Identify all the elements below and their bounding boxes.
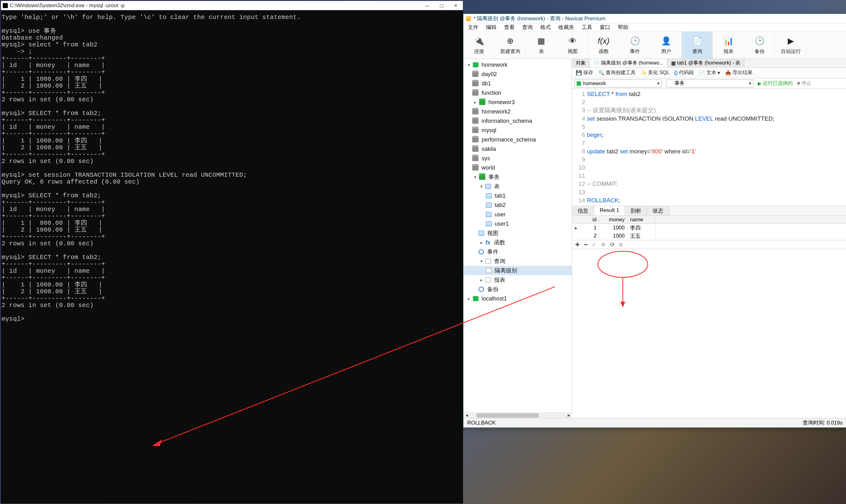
resulttab-profile[interactable]: 剖析 (625, 206, 647, 215)
result-grid[interactable]: id money name ▸ 1 1000 李四 2 1000 王五 (572, 216, 846, 240)
tb-report[interactable]: 📊报表 (713, 32, 744, 59)
maximize-button[interactable]: ▢ (434, 1, 449, 10)
resulttab-info[interactable]: 信息 (572, 206, 594, 215)
stop-grid-button[interactable]: ⦸ (619, 241, 623, 248)
code-content[interactable]: SELECT * from tab2 -- 设置隔离级别(读未提交) set s… (587, 89, 846, 206)
minimize-button[interactable]: — (420, 1, 434, 10)
resulttab-result1[interactable]: Result 1 (594, 206, 625, 215)
tb-backup[interactable]: 🕑备份 (744, 32, 775, 59)
tb-autorun[interactable]: ▶自动运行 (775, 32, 806, 59)
menu-query[interactable]: 查询 (522, 24, 533, 31)
col-name[interactable]: name (628, 217, 655, 223)
tree-cat-reports[interactable]: ▸报表 (464, 275, 572, 285)
cancel-edit-button[interactable]: ✖ (601, 241, 606, 248)
refresh-button[interactable]: ⟳ (610, 241, 615, 248)
conn-select[interactable]: homework (575, 79, 662, 88)
tree-db-world[interactable]: world (464, 163, 572, 173)
save-button[interactable]: 💾保存 (575, 70, 594, 76)
tree-query-isolation[interactable]: 隔离级别 (464, 266, 572, 275)
menu-file[interactable]: 文件 (468, 24, 479, 31)
tree-cat-events[interactable]: 事件 (464, 247, 572, 256)
scroll-right-icon[interactable]: ▶ (568, 413, 570, 417)
menu-window[interactable]: 窗口 (600, 24, 610, 31)
scroll-thumb[interactable] (476, 413, 539, 418)
database-icon (472, 137, 479, 142)
tb-user[interactable]: 👤用户 (651, 32, 682, 59)
tree-cat-queries[interactable]: ▾查询 (464, 256, 572, 266)
tb-query[interactable]: 📄查询 (682, 32, 713, 59)
tab-table-tab1[interactable]: ▦tab1 @事务 (homework) - 表 (667, 59, 744, 67)
menu-tools[interactable]: 工具 (582, 24, 592, 31)
status-right: 查询时间: 0.019s (803, 419, 843, 426)
delete-row-button[interactable]: ━ (584, 241, 588, 248)
tree-cat-views[interactable]: 视图 (464, 229, 572, 238)
menu-view[interactable]: 查看 (504, 24, 515, 31)
add-row-button[interactable]: ✚ (575, 241, 580, 248)
tree-scrollbar[interactable]: ◀ ▶ (464, 412, 572, 418)
tree-db-mysql[interactable]: mysql (464, 126, 572, 135)
stop-button[interactable]: ■ 停止 (797, 80, 811, 87)
col-id[interactable]: id (581, 217, 599, 223)
tb-table[interactable]: ▦表 (526, 32, 557, 59)
database-icon (472, 90, 479, 96)
menu-edit[interactable]: 编辑 (486, 24, 497, 31)
tree-db-homework2[interactable]: homework2 (464, 107, 572, 116)
tree-db-function[interactable]: function (464, 88, 572, 97)
tree-cat-backups[interactable]: 备份 (464, 285, 572, 294)
scroll-left-icon[interactable]: ◀ (465, 413, 468, 417)
tb-function[interactable]: f(x)函数 (588, 32, 619, 59)
grid-row[interactable]: ▸ 1 1000 李四 (572, 224, 846, 232)
schema-select[interactable]: 事务 (666, 79, 753, 88)
tree-table-tab1[interactable]: tab1 (464, 191, 572, 200)
connection-icon (473, 296, 479, 301)
tree-db-sakila[interactable]: sakila (464, 144, 572, 154)
tree-db-infoschema[interactable]: information_schema (464, 116, 572, 126)
connection-tree[interactable]: ▾homework day02 db1 function ▸homewor3 h… (464, 59, 572, 418)
tree-conn-homework[interactable]: ▾homework (464, 60, 572, 70)
cmd-output[interactable]: Type 'help;' or '\h' for help. Type '\c'… (1, 10, 463, 326)
tree-db-db1[interactable]: db1 (464, 79, 572, 88)
sql-editor[interactable]: 1234567891011121314 SELECT * from tab2 -… (572, 89, 846, 206)
tree-conn-localhost1[interactable]: ▸localhost1 (464, 294, 572, 303)
tree-db-day02[interactable]: day02 (464, 70, 572, 79)
navicat-titlebar[interactable]: * 隔离级别 @事务 (homework) - 查询 - Navicat Pre… (464, 14, 846, 23)
tb-view[interactable]: 👁视图 (557, 32, 588, 59)
menu-help[interactable]: 帮助 (618, 24, 628, 31)
autorun-icon: ▶ (784, 35, 798, 47)
text-button[interactable]: 📄文本▾ (698, 70, 721, 76)
tree-table-tab2[interactable]: tab2 (464, 200, 572, 210)
table-icon (486, 193, 491, 198)
resulttab-status[interactable]: 状态 (647, 206, 669, 215)
menu-favorites[interactable]: 收藏夹 (558, 24, 574, 31)
cmd-titlebar[interactable]: C:\Windows\System32\cmd.exe - mysql -uro… (1, 1, 463, 10)
col-money[interactable]: money (599, 217, 628, 223)
apply-button[interactable]: ✔ (592, 241, 597, 248)
backup-icon (479, 287, 484, 292)
tree-table-user[interactable]: user (464, 210, 572, 219)
tree-cat-functions[interactable]: ▸fx函数 (464, 238, 572, 247)
tab-query-isolation[interactable]: 📄隔离级别 @事务 (homewo... (590, 59, 667, 67)
query-tab-icon: 📄 (594, 60, 600, 66)
export-button[interactable]: 📤导出结果 (724, 70, 754, 76)
navicat-title: * 隔离级别 @事务 (homework) - 查询 - Navicat Pre… (473, 15, 605, 22)
grid-row[interactable]: 2 1000 王五 (572, 232, 846, 240)
tree-db-sys[interactable]: sys (464, 154, 572, 163)
menu-format[interactable]: 格式 (540, 24, 551, 31)
tree-db-shiwu[interactable]: ▾事务 (464, 173, 572, 182)
tb-connect[interactable]: 🔌连接 (464, 32, 495, 59)
tree-db-perfschema[interactable]: performance_schema (464, 135, 572, 144)
conn-icon (577, 82, 581, 86)
tb-newquery[interactable]: ⊕新建查询 (495, 32, 526, 59)
querycreate-button[interactable]: 🔍查询创建工具 (597, 70, 637, 76)
codeseg-button[interactable]: ()代码段 (673, 70, 695, 76)
window-buttons: — ▢ ✕ (420, 1, 463, 10)
run-selected-button[interactable]: ▶ 运行已选择的 (758, 80, 793, 87)
beautify-button[interactable]: ✨美化 SQL (639, 70, 670, 76)
tb-event[interactable]: 🕒事件 (619, 32, 651, 59)
tree-cat-tables[interactable]: ▾表 (464, 182, 572, 191)
close-button[interactable]: ✕ (449, 1, 463, 10)
result-tabbar: 信息 Result 1 剖析 状态 (572, 206, 846, 216)
tab-objects[interactable]: 对象 (572, 59, 590, 67)
tree-table-user1[interactable]: user1 (464, 219, 572, 229)
tree-db-homewor3[interactable]: ▸homewor3 (464, 97, 572, 107)
